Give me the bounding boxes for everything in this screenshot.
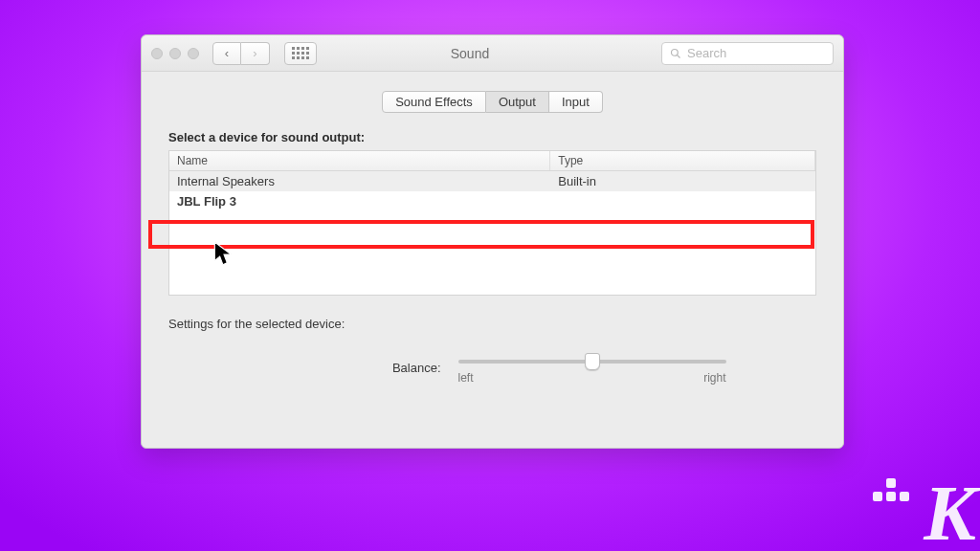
tab-sound-effects[interactable]: Sound Effects: [382, 91, 486, 113]
forward-button[interactable]: ›: [241, 42, 270, 65]
device-table: Name Type Internal Speakers Built-in JBL…: [168, 150, 816, 296]
tab-bar: Sound Effects Output Input: [382, 91, 603, 113]
device-name: Internal Speakers: [169, 171, 550, 191]
window-controls: [151, 48, 199, 59]
chevron-right-icon: ›: [253, 46, 256, 60]
balance-right-label: right: [703, 371, 725, 385]
show-all-button[interactable]: [284, 42, 317, 65]
back-button[interactable]: ‹: [212, 42, 241, 65]
device-type: Built-in: [550, 171, 815, 191]
device-name: JBL Flip 3: [169, 191, 550, 211]
zoom-button[interactable]: [188, 48, 199, 59]
device-type: [550, 191, 815, 211]
sound-prefs-window: ‹ › Sound Search Sound Effects Output In…: [141, 34, 844, 449]
select-device-label: Select a device for sound output:: [168, 130, 816, 144]
balance-label: Balance:: [259, 361, 441, 375]
col-name[interactable]: Name: [169, 151, 550, 170]
svg-line-1: [678, 55, 680, 57]
grid-icon: [292, 47, 309, 59]
titlebar: ‹ › Sound Search: [142, 35, 843, 72]
tab-input[interactable]: Input: [549, 91, 603, 113]
balance-control: Balance: left right: [168, 350, 816, 385]
close-button[interactable]: [151, 48, 163, 59]
settings-label: Settings for the selected device:: [168, 317, 816, 331]
col-type[interactable]: Type: [550, 151, 815, 170]
search-field[interactable]: Search: [661, 42, 834, 65]
table-row[interactable]: Internal Speakers Built-in: [169, 171, 815, 191]
table-row[interactable]: JBL Flip 3: [169, 191, 815, 211]
tab-output[interactable]: Output: [486, 91, 549, 113]
svg-point-0: [672, 49, 679, 55]
window-title: Sound: [324, 46, 654, 61]
balance-slider[interactable]: [458, 360, 726, 364]
content: Sound Effects Output Input Select a devi…: [142, 72, 843, 448]
nav-group: ‹ ›: [212, 42, 270, 65]
table-header: Name Type: [169, 151, 815, 171]
chevron-left-icon: ‹: [225, 46, 229, 60]
balance-left-label: left: [458, 371, 474, 385]
search-placeholder: Search: [687, 46, 726, 60]
search-icon: [670, 48, 681, 59]
minimize-button[interactable]: [169, 48, 181, 59]
slider-labels: left right: [458, 371, 726, 385]
watermark-logo: K: [924, 482, 976, 545]
